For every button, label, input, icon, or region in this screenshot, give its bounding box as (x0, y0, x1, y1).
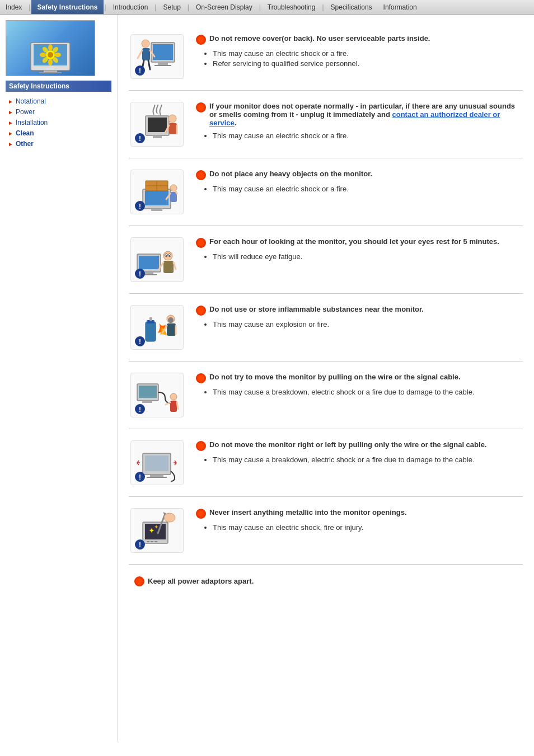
svg-point-74 (170, 393, 177, 400)
svg-rect-82 (150, 475, 163, 477)
svg-text:!: ! (139, 338, 141, 346)
warning-icon-5 (196, 306, 206, 316)
nav-introduction[interactable]: Introduction (107, 0, 154, 14)
svg-rect-66 (167, 323, 176, 336)
warning-icon-9 (134, 576, 144, 586)
svg-rect-37 (151, 209, 162, 211)
safety-illustration-2: ! (129, 99, 185, 149)
svg-point-5 (48, 52, 53, 58)
nav-specifications[interactable]: Specifications (325, 0, 378, 14)
safety-text-6: Do not try to move the monitor by pullin… (196, 370, 523, 398)
arrow-icon-other: ► (8, 141, 13, 147)
sidebar-logo-image (22, 23, 78, 73)
nav-sep-4: | (186, 3, 190, 11)
sidebar-item-clean[interactable]: ► Clean (6, 128, 111, 138)
svg-line-77 (177, 402, 178, 409)
svg-text:!: ! (139, 473, 141, 481)
safety-heading-8: Never insert anything metallic into the … (209, 508, 407, 516)
safety-bullets-7: This may cause a breakdown, electric sho… (213, 456, 523, 464)
navigation-bar: Index | Safety Instructions | Introducti… (0, 0, 534, 15)
safety-illustration-4: ! (129, 234, 185, 285)
svg-point-54 (166, 255, 167, 256)
safety-bullets-2: This may cause an electric shock or a fi… (213, 132, 523, 140)
sidebar-item-notational[interactable]: ► Notational (6, 96, 111, 106)
safety-bullets-3: This may cause an electric shock or a fi… (213, 185, 523, 193)
safety-text-4: For each hour of looking at the monitor,… (196, 234, 523, 262)
safety-text-2: If your monitor does not operate normall… (196, 99, 523, 142)
svg-text:!: ! (139, 203, 141, 210)
arrow-icon-installation: ► (8, 120, 13, 126)
sidebar-item-power[interactable]: ► Power (6, 107, 111, 117)
safety-text-9: Keep all power adaptors apart. (129, 573, 523, 591)
sidebar: Safety Instructions ► Notational ► Power… (0, 15, 118, 742)
illus-heavy-objects-svg: ! (134, 172, 179, 212)
svg-rect-17 (154, 65, 171, 66)
svg-rect-73 (142, 401, 152, 403)
nav-setup[interactable]: Setup (157, 0, 186, 14)
nav-sep-6: | (321, 3, 325, 11)
safety-heading-1: Do not remove cover(or back). No user se… (209, 34, 430, 43)
svg-rect-36 (145, 191, 168, 205)
svg-rect-72 (139, 386, 157, 398)
arrow-icon-notational: ► (8, 98, 13, 105)
bullet-3-1: This may cause an electric shock or a fi… (213, 185, 523, 193)
sidebar-item-installation[interactable]: ► Installation (6, 118, 111, 128)
illus-metallic-svg: ✦ ✦ ! (134, 511, 179, 550)
svg-rect-90 (154, 541, 157, 542)
illus-no-cover-svg: ! (134, 37, 179, 76)
warning-icon-4 (196, 238, 206, 248)
arrow-icon-clean: ► (8, 130, 13, 137)
illus-inflammable-svg: ! (134, 308, 179, 347)
safety-bullets-8: This may cause an electric shock, fire o… (213, 523, 523, 532)
bullet-5-1: This may cause an explosion or fire. (213, 320, 523, 328)
safety-heading-5: Do not use or store inflammable substanc… (209, 305, 424, 313)
safety-text-7: Do not move the monitor right or left by… (196, 438, 523, 466)
nav-troubleshooting[interactable]: Troubleshooting (262, 0, 321, 14)
bullet-2-1: This may cause an electric shock or a fi… (213, 132, 523, 140)
sidebar-logo (6, 20, 95, 76)
svg-text:✦: ✦ (154, 524, 158, 530)
safety-item-3: ! Do not place any heavy objects on the … (129, 158, 523, 226)
sidebar-item-other[interactable]: ► Other (6, 139, 111, 149)
safety-item-1: ! Do not remove cover(or back). No user … (129, 23, 523, 91)
main-content: ! Do not remove cover(or back). No user … (118, 15, 534, 742)
nav-safety-instructions[interactable]: Safety Instructions (31, 0, 103, 14)
safety-text-8: Never insert anything metallic into the … (196, 505, 523, 533)
svg-point-93 (164, 513, 175, 522)
bullet-1-1: This may cause an electric shock or a fi… (213, 49, 523, 58)
svg-text:!: ! (139, 67, 141, 75)
nav-sep-2: | (104, 3, 107, 11)
safety-text-3: Do not place any heavy objects on the mo… (196, 167, 523, 195)
svg-rect-83 (147, 477, 167, 478)
sidebar-section-label: Safety Instructions (6, 81, 111, 92)
svg-point-6 (48, 44, 53, 51)
safety-heading-9: Keep all power adaptors apart. (148, 577, 254, 585)
safety-text-1: Do not remove cover(or back). No user se… (196, 31, 523, 69)
svg-point-8 (40, 53, 46, 57)
safety-text-5: Do not use or store inflammable substanc… (196, 302, 523, 330)
safety-item-4: ! For each hour of looking at the monito… (129, 226, 523, 294)
svg-rect-15 (153, 44, 173, 60)
illus-move-monitor-svg: ! (134, 443, 179, 482)
bullet-7-1: This may cause a breakdown, electric sho… (213, 456, 523, 464)
safety-heading-3: Do not place any heavy objects on the mo… (209, 170, 372, 178)
svg-text:!: ! (139, 541, 141, 549)
warning-icon-8 (196, 509, 206, 519)
svg-rect-81 (145, 456, 168, 471)
safety-heading-4: For each hour of looking at the monitor,… (209, 237, 499, 246)
svg-text:!: ! (139, 135, 141, 143)
svg-point-9 (54, 53, 61, 57)
bullet-1-2: Refer servicing to qualified service per… (213, 59, 523, 68)
safety-item-9: Keep all power adaptors apart. (129, 565, 523, 594)
svg-point-29 (168, 115, 176, 123)
safety-bullets-4: This will reduce eye fatigue. (213, 252, 523, 261)
svg-rect-63 (149, 317, 152, 321)
arrow-icon-power: ► (8, 109, 13, 115)
svg-rect-61 (146, 322, 156, 341)
svg-rect-89 (151, 541, 153, 542)
nav-information[interactable]: Information (378, 0, 423, 14)
nav-index[interactable]: Index (0, 0, 27, 14)
nav-osd[interactable]: On-Screen Display (190, 0, 258, 14)
safety-heading-7: Do not move the monitor right or left by… (209, 440, 486, 449)
main-container: Safety Instructions ► Notational ► Power… (0, 15, 534, 742)
